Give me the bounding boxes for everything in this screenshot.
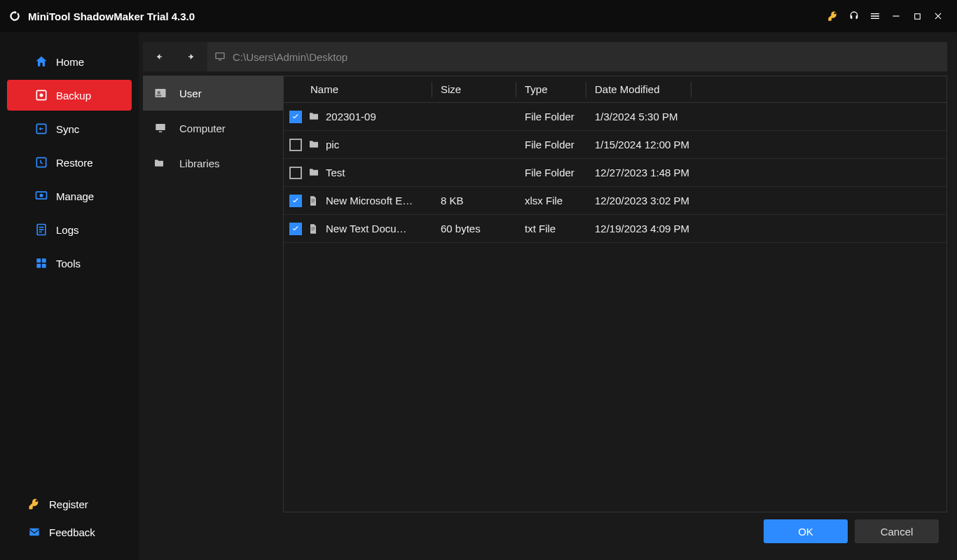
svg-rect-15 — [42, 264, 46, 268]
svg-rect-29 — [311, 227, 315, 227]
sidebar-item-label: Logs — [56, 224, 79, 236]
row-checkbox[interactable] — [289, 111, 302, 123]
file-size: 8 KB — [432, 195, 516, 206]
sync-icon — [34, 121, 49, 136]
sidebar-item-sync[interactable]: Sync — [7, 113, 132, 144]
file-row[interactable]: 202301-09File Folder1/3/2024 5:30 PM — [284, 103, 946, 131]
headset-icon[interactable] — [844, 6, 865, 27]
sidebar-item-home[interactable]: Home — [7, 46, 132, 77]
file-row[interactable]: picFile Folder1/15/2024 12:00 PM — [284, 131, 946, 159]
tree-item-user[interactable]: User — [143, 76, 283, 111]
sidebar-item-label: Backup — [56, 90, 91, 102]
nav-back-button[interactable] — [143, 42, 175, 71]
file-header: Name Size Type Date Modified — [284, 76, 946, 103]
location-tree: UserComputerLibraries — [143, 76, 283, 512]
file-date: 1/15/2024 12:00 PM — [586, 139, 946, 150]
svg-rect-12 — [36, 258, 41, 262]
close-button[interactable] — [928, 6, 949, 27]
tree-item-libraries[interactable]: Libraries — [143, 146, 283, 181]
sidebar-item-label: Sync — [56, 123, 79, 135]
row-checkbox[interactable] — [289, 139, 302, 151]
file-type: File Folder — [516, 139, 586, 150]
file-type: File Folder — [516, 167, 586, 178]
tree-item-label: Computer — [179, 122, 226, 134]
sidebar-item-backup[interactable]: Backup — [7, 80, 132, 111]
sidebar-footer-label: Register — [49, 498, 88, 510]
user-card-icon — [153, 86, 171, 100]
file-row[interactable]: New Text Docu…60 bytestxt File12/19/2023… — [284, 215, 946, 243]
svg-rect-0 — [893, 15, 899, 16]
file-name: New Microsoft E… — [326, 195, 413, 206]
mail-icon — [27, 524, 42, 540]
svg-point-22 — [158, 91, 161, 94]
sidebar-item-logs[interactable]: Logs — [7, 214, 132, 245]
sidebar-footer-feedback[interactable]: Feedback — [0, 518, 139, 546]
sidebar-footer-register[interactable]: Register — [0, 490, 139, 518]
minimize-button[interactable] — [886, 6, 907, 27]
svg-rect-19 — [216, 53, 224, 59]
header-size[interactable]: Size — [432, 82, 516, 97]
svg-rect-31 — [311, 230, 314, 230]
row-checkbox[interactable] — [289, 195, 302, 207]
folder-icon — [308, 139, 320, 151]
file-date: 12/19/2023 4:09 PM — [586, 223, 946, 234]
file-list: 202301-09File Folder1/3/2024 5:30 PMpicF… — [284, 103, 946, 512]
path-input[interactable]: C:\Users\Admin\Desktop — [207, 42, 947, 71]
svg-rect-26 — [311, 199, 315, 200]
row-checkbox[interactable] — [289, 167, 302, 179]
svg-rect-17 — [157, 56, 162, 57]
svg-rect-11 — [39, 232, 42, 233]
folder-icon — [153, 156, 171, 170]
svg-rect-24 — [156, 124, 165, 130]
file-icon — [308, 223, 320, 235]
file-row[interactable]: TestFile Folder12/27/2023 1:48 PM — [284, 159, 946, 187]
svg-point-3 — [40, 94, 43, 97]
home-icon — [34, 54, 49, 69]
cancel-button[interactable]: Cancel — [855, 519, 939, 543]
sidebar-item-label: Manage — [56, 190, 94, 202]
tree-item-label: Libraries — [179, 158, 220, 169]
title-bar: MiniTool ShadowMaker Trial 4.3.0 — [0, 0, 957, 32]
nav-forward-button[interactable] — [175, 42, 207, 71]
maximize-button[interactable] — [907, 6, 928, 27]
ok-button[interactable]: OK — [764, 519, 848, 543]
file-name: New Text Docu… — [326, 223, 407, 234]
svg-rect-27 — [311, 200, 315, 201]
key-icon — [27, 496, 42, 512]
sidebar-item-tools[interactable]: Tools — [7, 248, 132, 279]
header-name[interactable]: Name — [308, 82, 432, 97]
main-panel: C:\Users\Admin\Desktop UserComputerLibra… — [139, 32, 957, 560]
menu-icon[interactable] — [865, 6, 886, 27]
svg-rect-10 — [39, 229, 44, 230]
header-date[interactable]: Date Modified — [586, 82, 691, 97]
manage-icon — [34, 188, 49, 204]
tree-item-label: User — [179, 88, 202, 99]
dialog-footer: OK Cancel — [139, 512, 947, 550]
file-row[interactable]: New Microsoft E…8 KBxlsx File12/20/2023 … — [284, 187, 946, 215]
sidebar-item-manage[interactable]: Manage — [7, 181, 132, 211]
restore-icon — [34, 155, 49, 170]
sidebar-item-restore[interactable]: Restore — [7, 147, 132, 178]
tree-item-computer[interactable]: Computer — [143, 111, 283, 146]
key-titlebar-icon[interactable] — [822, 6, 844, 27]
file-type: txt File — [516, 223, 586, 234]
sidebar-item-label: Home — [56, 56, 84, 68]
header-type[interactable]: Type — [516, 82, 586, 97]
file-name: Test — [326, 167, 345, 178]
file-size: 60 bytes — [432, 223, 516, 234]
monitor-icon — [153, 121, 171, 135]
svg-rect-25 — [159, 132, 163, 133]
file-name: pic — [326, 139, 339, 150]
row-checkbox[interactable] — [289, 223, 302, 235]
file-panel: Name Size Type Date Modified 202301-09Fi… — [283, 76, 947, 512]
svg-rect-28 — [311, 202, 314, 202]
file-date: 12/27/2023 1:48 PM — [586, 167, 946, 178]
path-value: C:\Users\Admin\Desktop — [233, 51, 347, 63]
file-icon — [308, 195, 320, 207]
backup-icon — [34, 88, 49, 103]
file-date: 1/3/2024 5:30 PM — [586, 111, 946, 122]
logs-icon — [34, 222, 49, 237]
svg-point-7 — [40, 194, 43, 197]
file-type: xlsx File — [516, 195, 586, 206]
sidebar-item-label: Tools — [56, 258, 81, 270]
